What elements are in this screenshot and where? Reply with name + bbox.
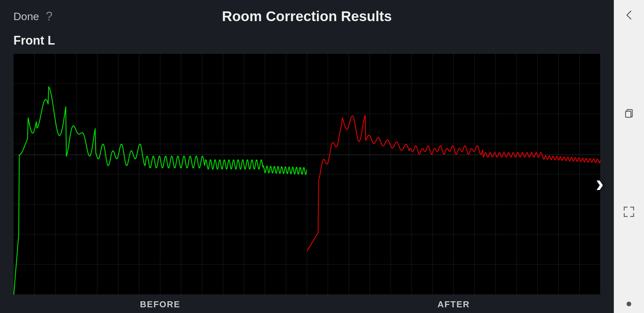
page-title: Room Correction Results (222, 8, 392, 24)
svg-rect-0 (626, 111, 631, 117)
speaker-label: Front L (13, 34, 600, 48)
after-label: AFTER (307, 295, 600, 313)
done-button[interactable]: Done (13, 10, 39, 23)
sidebar (614, 0, 644, 313)
charts-row: BEFORE AFTER › (13, 54, 600, 313)
sidebar-back-icon[interactable] (621, 7, 637, 23)
before-canvas (13, 54, 307, 295)
back-arrow-svg (623, 9, 635, 21)
main-area: Done ? Room Correction Results Front L B… (0, 0, 614, 313)
charts-area: BEFORE AFTER › (13, 54, 600, 313)
before-label: BEFORE (13, 295, 307, 313)
sidebar-resize-icon[interactable] (621, 203, 637, 220)
after-chart-box (307, 54, 600, 295)
sidebar-copy-icon[interactable] (621, 105, 637, 122)
copy-svg (623, 107, 635, 119)
help-button[interactable]: ? (46, 9, 53, 23)
after-chart-section: AFTER (307, 54, 600, 313)
dot-indicator (627, 302, 631, 306)
after-canvas (307, 54, 600, 295)
header: Done ? Room Correction Results (13, 0, 600, 30)
before-chart-section: BEFORE (13, 54, 307, 313)
resize-svg (623, 206, 635, 218)
before-chart-box (13, 54, 307, 295)
